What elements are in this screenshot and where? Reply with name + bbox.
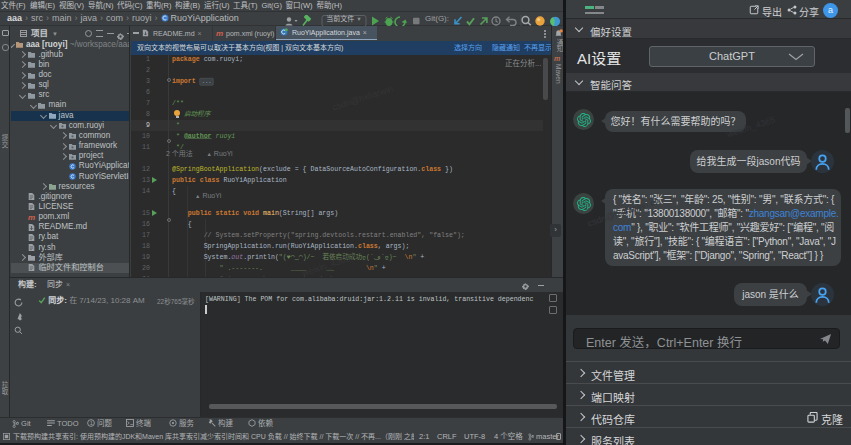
svg-text:1: 1 — [90, 420, 93, 426]
